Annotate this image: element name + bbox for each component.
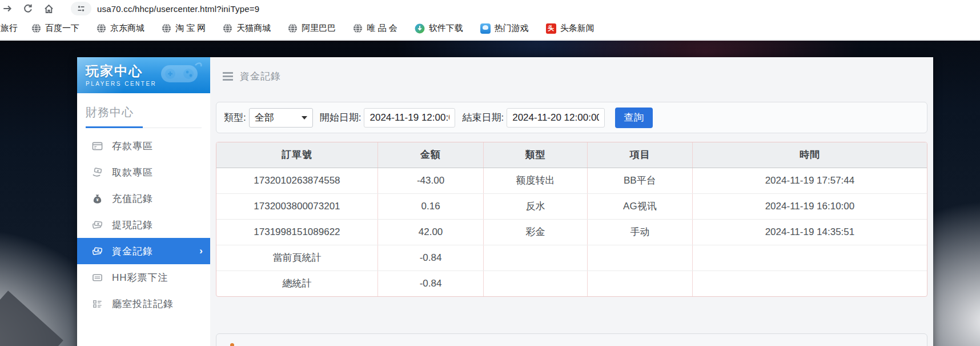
- sidebar-item-withdraw[interactable]: 取款專區: [77, 159, 210, 185]
- recharge-record-icon: ¥: [92, 193, 103, 204]
- home-icon[interactable]: [42, 2, 55, 15]
- cell-order: 1732003800073201: [216, 193, 377, 219]
- table-row: 1731998151089622 42.00 彩金 手动 2024-11-19 …: [216, 219, 927, 245]
- player-center-panel: 玩家中心 PLAYERS CENTER 財務中心 存款專區: [77, 57, 933, 346]
- sidebar-item-deposit[interactable]: 存款專區: [77, 133, 210, 159]
- cell-type: 彩金: [484, 219, 588, 245]
- bookmark-item[interactable]: 热门游戏: [480, 23, 529, 34]
- globe-icon: [162, 23, 171, 33]
- pagination-marker: [230, 343, 234, 346]
- funds-record-icon: [92, 246, 103, 257]
- sidebar-section: 財務中心: [77, 93, 210, 128]
- table-header-row: 訂單號 金額 類型 項目 時間: [216, 142, 927, 168]
- cell-order: 1732010263874558: [216, 168, 377, 193]
- bookmark-item[interactable]: 软件下载: [415, 23, 463, 34]
- cell-item: 手动: [587, 219, 692, 245]
- cell-type: 额度转出: [484, 168, 588, 193]
- end-date-input[interactable]: [507, 108, 605, 128]
- cell-time: 2024-11-19 17:57:44: [692, 168, 927, 193]
- col-type: 類型: [484, 142, 588, 168]
- breadcrumb: 資金記錄: [210, 57, 933, 83]
- sidebar-title: 玩家中心: [86, 62, 210, 80]
- end-date-label: 結束日期:: [462, 111, 504, 124]
- bookmark-item[interactable]: 淘 宝 网: [162, 23, 206, 34]
- page-title: 資金記錄: [240, 70, 281, 83]
- cell-amount: 0.16: [377, 193, 483, 219]
- funds-table: 訂單號 金額 類型 項目 時間 1732010263874558 -43.00: [216, 142, 927, 296]
- sidebar-header: 玩家中心 PLAYERS CENTER: [77, 57, 210, 93]
- cell-time: 2024-11-19 16:10:00: [692, 193, 927, 219]
- bookmark-item[interactable]: 头 头条新闻: [546, 23, 595, 34]
- cell-amount: -43.00: [377, 168, 483, 193]
- table-row: 1732010263874558 -43.00 额度转出 BB平台 2024-1…: [216, 168, 927, 193]
- cell-empty: [692, 245, 927, 271]
- site-info-chip[interactable]: [71, 2, 91, 15]
- chevron-right-icon: ›: [199, 245, 203, 257]
- cell-item: AG视讯: [587, 193, 692, 219]
- cell-order: 1731998151089622: [216, 219, 377, 245]
- sidebar: 玩家中心 PLAYERS CENTER 財務中心 存款專區: [77, 57, 210, 346]
- type-label: 類型:: [224, 111, 246, 124]
- cell-time: 2024-11-19 14:35:51: [692, 219, 927, 245]
- globe-icon: [288, 23, 298, 33]
- cell-label: 總統計: [216, 271, 377, 296]
- table-row-page-total: 當前頁統計 -0.84: [216, 245, 927, 271]
- menu-icon[interactable]: [223, 72, 233, 81]
- background-wedge: [0, 291, 63, 346]
- start-date-input[interactable]: [364, 108, 455, 128]
- filter-bar: 類型: 全部 開始日期: 結束日期: 查詢: [216, 102, 927, 133]
- sidebar-item-funds-record[interactable]: 資金記錄 ›: [77, 238, 210, 264]
- type-select[interactable]: 全部: [249, 108, 313, 128]
- bookmark-item[interactable]: 阿里巴巴: [288, 23, 336, 34]
- url-address[interactable]: usa70.cc/hhcp/usercenter.html?iniType=9: [97, 4, 259, 14]
- reload-icon[interactable]: [22, 2, 34, 15]
- sidebar-item-lottery-bet[interactable]: HH彩票下注: [77, 264, 210, 291]
- table-row-grand-total: 總統計 -0.84: [216, 271, 927, 296]
- cell-empty: [484, 245, 588, 271]
- bookmark-item[interactable]: 唯 品 会: [353, 23, 397, 34]
- bookmark-item[interactable]: 京东商城: [97, 23, 144, 34]
- section-title: 財務中心: [86, 105, 202, 120]
- globe-icon: [97, 23, 106, 33]
- cell-empty: [484, 271, 588, 296]
- lottery-bet-icon: [92, 272, 103, 283]
- col-order-number: 訂單號: [216, 142, 377, 168]
- funds-table-container: 訂單號 金額 類型 項目 時間 1732010263874558 -43.00: [216, 142, 927, 297]
- content-area: 資金記錄 類型: 全部 開始日期: 結束日期: 查詢: [210, 57, 933, 346]
- deposit-icon: [92, 141, 103, 152]
- cell-empty: [587, 271, 692, 296]
- cell-amount: 42.00: [377, 219, 483, 245]
- sidebar-subtitle: PLAYERS CENTER: [86, 81, 210, 87]
- cell-label: 當前頁統計: [216, 245, 377, 271]
- withdraw-icon: [92, 167, 103, 178]
- section-underline: [86, 126, 202, 128]
- globe-icon: [353, 23, 363, 33]
- browser-window: usa70.cc/hhcp/usercenter.html?iniType=9 …: [0, 0, 980, 346]
- table-row: 1732003800073201 0.16 反水 AG视讯 2024-11-19…: [216, 193, 927, 219]
- sidebar-item-hall-bet-record[interactable]: 廳室投註記錄: [77, 291, 210, 317]
- browser-toolbar: usa70.cc/hhcp/usercenter.html?iniType=9: [0, 0, 980, 17]
- cell-empty: [587, 245, 692, 271]
- search-button[interactable]: 查詢: [615, 108, 653, 128]
- bookmark-item[interactable]: 天猫商城: [223, 23, 271, 34]
- bookmarks-bar: 程旅行 百度一下 京东商城 淘 宝 网 天猫商城 阿里巴巴 唯 品 会: [0, 17, 980, 40]
- sidebar-item-recharge-record[interactable]: ¥ 充值記錄: [77, 185, 210, 212]
- tune-icon: [77, 4, 86, 13]
- forward-icon[interactable]: [1, 2, 14, 15]
- software-download-icon: [415, 23, 425, 34]
- toutiao-news-icon: 头: [546, 23, 556, 34]
- bookmark-item[interactable]: 百度一下: [31, 23, 79, 34]
- col-amount: 金額: [377, 142, 483, 168]
- start-date-label: 開始日期:: [320, 111, 362, 124]
- cell-item: BB平台: [587, 168, 692, 193]
- sidebar-item-cashout-record[interactable]: 提現記錄: [77, 212, 210, 238]
- cell-amount: -0.84: [377, 245, 483, 271]
- cell-empty: [692, 271, 927, 296]
- globe-icon: [31, 23, 41, 33]
- cell-amount: -0.84: [377, 271, 483, 296]
- globe-icon: [223, 23, 232, 33]
- page-background: 玩家中心 PLAYERS CENTER 財務中心 存款專區: [0, 41, 980, 346]
- sidebar-nav: 存款專區 取款專區 ¥ 充值記錄 提現記錄: [77, 133, 210, 317]
- bookmark-item[interactable]: 程旅行: [0, 23, 18, 34]
- pagination-panel: [216, 333, 927, 346]
